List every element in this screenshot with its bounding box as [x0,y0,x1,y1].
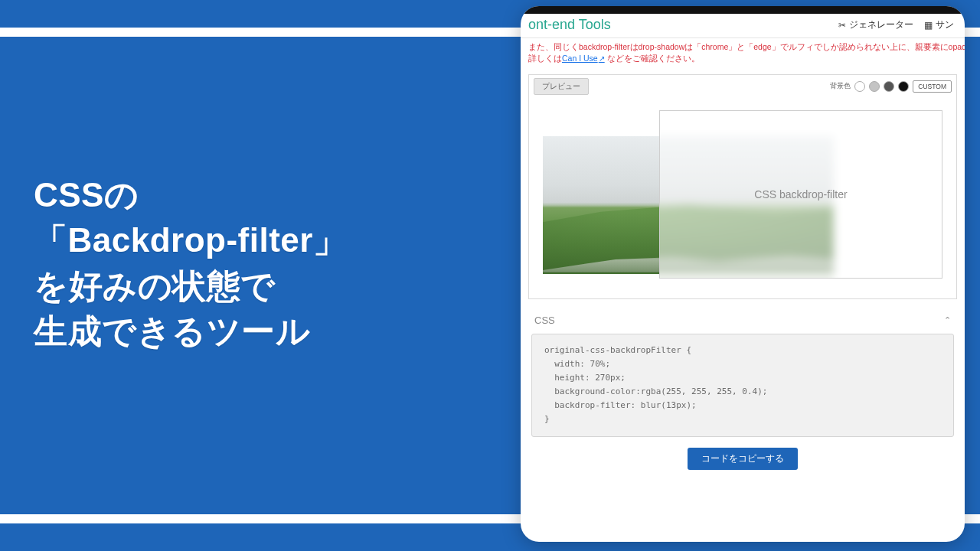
nav-generator[interactable]: ✂ ジェネレーター [838,18,913,31]
bg-swatch-dark[interactable] [884,81,894,92]
preview-header: プレビュー 背景色 CUSTOM [529,75,956,99]
css-accordion-header[interactable]: CSS ⌃ [531,311,954,334]
bg-swatch-white[interactable] [854,81,865,92]
warning-line: 詳しくはCan I Use↗ などをご確認ください。 [528,53,957,65]
copy-row: コードをコピーする [531,437,954,484]
headline-line: 生成できるツール [34,308,347,354]
warning-prefix: 詳しくは [528,54,562,63]
overlay-text: CSS backdrop-filter [754,188,847,201]
chevron-up-icon: ⌃ [944,315,951,325]
app-window: ont-end Tools ✂ ジェネレーター ▦ サン また、同じくbackd… [521,6,965,542]
nav-generator-label: ジェネレーター [849,18,913,31]
caniuse-link[interactable]: Can I Use↗ [562,54,605,63]
nav-sample-label: サン [936,18,954,31]
nav-sample[interactable]: ▦ サン [924,18,954,31]
css-code[interactable]: original-css-backdropFilter { width: 70%… [531,334,954,437]
window-titlebar [521,6,965,14]
external-link-icon: ↗ [599,54,605,63]
grid-icon: ▦ [924,20,933,31]
preview-canvas: CSS backdrop-filter [529,99,956,298]
headline: CSSの 「Backdrop-filter」 を好みの状態で 生成できるツール [34,172,347,354]
warning-block: また、同じくbackdrop-filterはdrop-shadowは「chrom… [521,38,965,71]
bg-swatch-light[interactable] [869,81,880,92]
bg-label: 背景色 [830,81,851,91]
headline-line: CSSの [34,172,347,217]
headline-line: 「Backdrop-filter」 [34,217,347,262]
backdrop-filter-overlay: CSS backdrop-filter [659,110,942,279]
bg-custom-button[interactable]: CUSTOM [913,80,952,93]
preview-tab[interactable]: プレビュー [534,78,589,95]
brand-text: ont-end Tools [528,17,611,33]
css-title: CSS [534,315,555,326]
warning-line: また、同じくbackdrop-filterはdrop-shadowは「chrom… [528,41,957,53]
tools-icon: ✂ [838,20,846,31]
headline-line: を好みの状態で [34,263,347,308]
app-nav: ✂ ジェネレーター ▦ サン [838,18,954,31]
copy-code-button[interactable]: コードをコピーする [688,448,798,470]
css-section: CSS ⌃ original-css-backdropFilter { widt… [531,311,954,484]
warning-suffix: などをご確認ください。 [605,54,700,63]
app-header: ont-end Tools ✂ ジェネレーター ▦ サン [521,14,965,38]
bg-controls: 背景色 CUSTOM [830,80,952,93]
preview-section: プレビュー 背景色 CUSTOM CSS backdrop-filter [528,74,957,299]
bg-swatch-black[interactable] [898,81,909,92]
